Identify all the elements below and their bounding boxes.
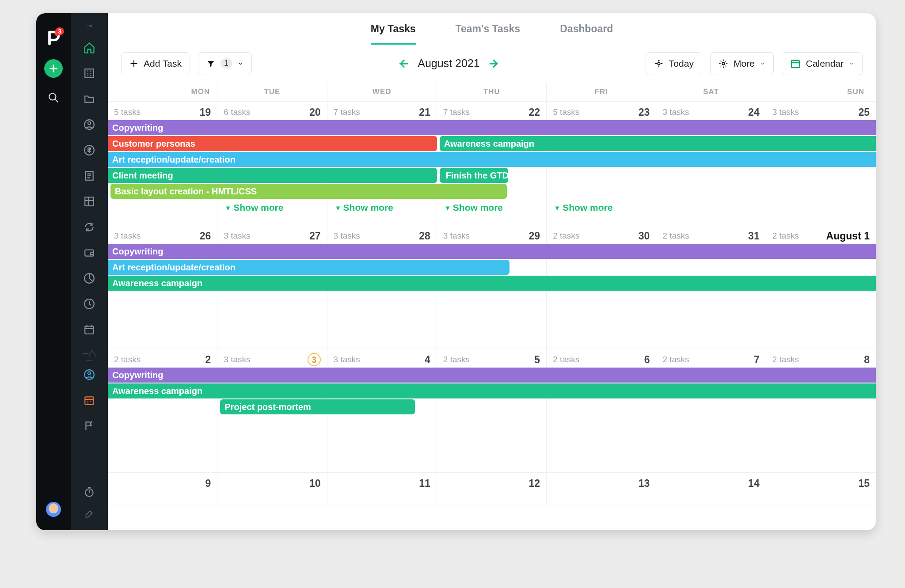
day-number: 26 <box>200 230 211 242</box>
svg-rect-7 <box>85 197 94 206</box>
task-bar[interactable]: Copywriting <box>108 244 876 259</box>
task-count: 2 tasks <box>443 355 470 364</box>
day-number: 15 <box>858 478 870 489</box>
day-number: 7 <box>754 354 760 366</box>
day-number: 20 <box>309 106 321 118</box>
view-switch-button[interactable]: Calendar <box>782 52 863 75</box>
nav-wallet-icon[interactable] <box>82 246 96 260</box>
day-number: 10 <box>309 478 321 489</box>
task-count: 2 tasks <box>553 231 579 241</box>
tab-team-tasks[interactable]: Team's Tasks <box>456 23 521 45</box>
nav-folder-icon[interactable] <box>82 92 96 106</box>
show-more-button[interactable]: ▾Show more <box>336 202 393 213</box>
day-number: 6 <box>644 354 650 366</box>
chevron-down-icon: ▾ <box>446 204 449 212</box>
task-count: 3 tasks <box>224 355 250 364</box>
day-number: 22 <box>529 106 540 118</box>
day-number: 23 <box>639 106 650 118</box>
nav-calendar-icon[interactable] <box>82 393 96 407</box>
task-bar[interactable]: Client meeting <box>108 168 437 183</box>
today-label: Today <box>669 58 694 69</box>
nav-grid-icon[interactable] <box>82 194 96 209</box>
svg-point-13 <box>88 372 91 375</box>
task-bar[interactable]: Basic layout creation - HMTL/CSS <box>110 184 507 199</box>
calendar-week: 9101112131415 <box>108 473 876 505</box>
filter-button[interactable]: 1 <box>198 52 252 75</box>
collapse-icon[interactable]: ⇥ <box>87 22 92 29</box>
task-count: 2 tasks <box>772 355 799 364</box>
task-bar[interactable]: Customer personas <box>108 136 437 151</box>
nav-timer-icon[interactable] <box>82 485 96 499</box>
svg-rect-2 <box>85 69 94 78</box>
svg-rect-18 <box>791 61 799 68</box>
task-bar[interactable]: Awareness campaign <box>108 276 876 291</box>
filter-count: 1 <box>221 58 232 68</box>
nav-clock-icon[interactable] <box>82 297 96 311</box>
notification-badge[interactable]: 3 <box>55 27 64 35</box>
tab-dashboard[interactable]: Dashboard <box>560 23 613 45</box>
sidebar-divider: —╱╲— <box>80 350 98 356</box>
calendar-week: 3 tasks263 tasks273 tasks283 tasks292 ta… <box>108 225 876 349</box>
day-number: 13 <box>639 478 650 489</box>
chevron-down-icon <box>849 61 854 66</box>
day-number: 19 <box>200 106 211 118</box>
user-avatar[interactable] <box>46 502 61 517</box>
svg-rect-14 <box>85 397 94 404</box>
task-bar[interactable]: Awareness campaign <box>440 136 876 151</box>
plus-icon <box>129 59 138 68</box>
nav-notes-icon[interactable] <box>82 169 96 183</box>
day-number: 9 <box>205 478 211 489</box>
nav-refresh-icon[interactable] <box>82 220 96 234</box>
task-bar[interactable]: Copywriting <box>108 368 876 383</box>
add-task-button[interactable]: Add Task <box>121 52 190 75</box>
add-button[interactable] <box>44 59 63 78</box>
day-number: 2 <box>205 354 211 366</box>
day-sun: SUN <box>766 82 876 101</box>
search-icon[interactable] <box>47 91 60 104</box>
today-button[interactable]: Today <box>646 52 702 75</box>
task-count: 3 tasks <box>443 231 470 241</box>
task-count: 3 tasks <box>772 107 799 117</box>
next-month-button[interactable] <box>489 58 500 69</box>
prev-month-button[interactable] <box>397 58 409 69</box>
toolbar: Add Task 1 August 2021 Today More <box>108 45 876 82</box>
task-bar[interactable]: Art reception/update/creation <box>108 260 510 275</box>
nav-flag-icon[interactable] <box>82 419 96 433</box>
nav-building-icon[interactable] <box>82 66 96 80</box>
svg-point-17 <box>722 62 725 65</box>
task-bar[interactable]: Art reception/update/creation <box>108 152 876 167</box>
chevron-down-icon <box>760 61 765 66</box>
show-more-button[interactable]: ▾Show more <box>226 202 283 213</box>
show-more-button[interactable]: ▾Show more <box>555 202 612 213</box>
chevron-down-icon: ▾ <box>336 204 340 212</box>
nav-chart-icon[interactable] <box>82 271 96 285</box>
task-bar[interactable]: Copywriting <box>108 120 876 135</box>
more-button[interactable]: More <box>710 52 774 75</box>
day-number: 25 <box>858 106 870 118</box>
task-bar[interactable]: Awareness campaign <box>108 383 876 398</box>
show-more-button[interactable]: ▾Show more <box>446 202 503 213</box>
day-mon: MON <box>108 82 217 101</box>
nav-profile-icon[interactable] <box>82 118 96 132</box>
task-bar[interactable]: Project post-mortem <box>220 399 415 414</box>
day-number: 8 <box>864 354 870 366</box>
day-fri: FRI <box>547 82 656 101</box>
svg-point-4 <box>88 122 91 125</box>
day-number: 27 <box>309 230 321 242</box>
filter-icon <box>206 59 215 68</box>
nav-settings-icon[interactable] <box>82 507 96 521</box>
nav-user2-icon[interactable] <box>82 368 96 382</box>
task-bar[interactable]: Finish the GTD arti... <box>440 168 508 183</box>
task-count: 2 tasks <box>662 231 689 241</box>
view-label: Calendar <box>806 58 844 69</box>
nav-schedule-icon[interactable] <box>82 322 96 337</box>
tab-my-tasks[interactable]: My Tasks <box>371 23 416 45</box>
day-sat: SAT <box>656 82 766 101</box>
task-count: 2 tasks <box>553 355 579 364</box>
day-number: 30 <box>639 230 650 242</box>
calendar-week: 5 tasks196 tasks207 tasks217 tasks225 ta… <box>108 102 876 225</box>
nav-money-icon[interactable] <box>82 143 96 157</box>
add-task-label: Add Task <box>144 58 182 69</box>
nav-home-icon[interactable] <box>82 41 96 55</box>
app-logo[interactable]: 3 <box>46 30 61 46</box>
